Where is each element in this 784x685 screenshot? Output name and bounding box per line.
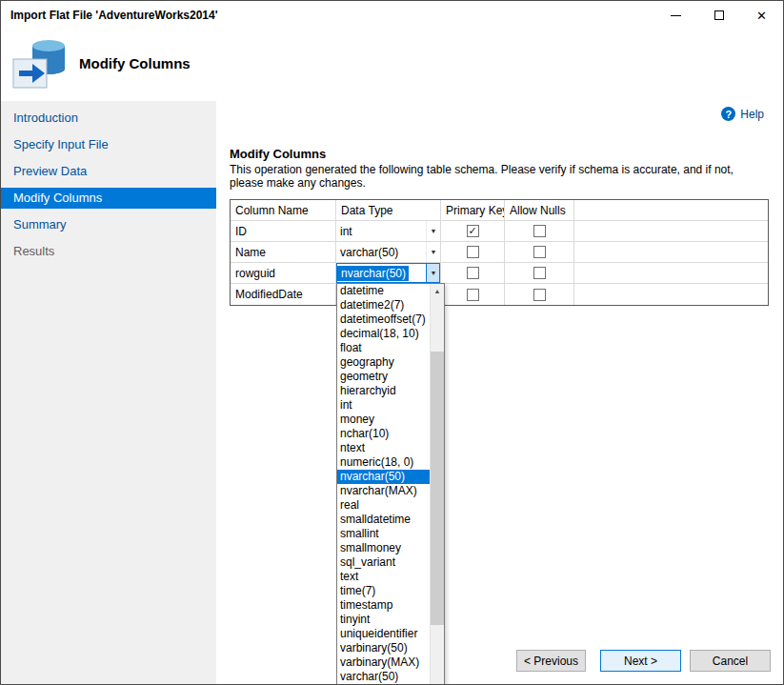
data-type-dropdown: datetimedatetime2(7)datetimeoffset(7)dec… [336, 283, 445, 685]
dropdown-item[interactable]: ntext [337, 441, 430, 455]
dropdown-item[interactable]: varchar(50) [337, 670, 430, 684]
data-type-cell: int▼ [336, 221, 441, 241]
extra-cell [574, 221, 768, 241]
table-header-row: Column NameData TypePrimary KeyAllow Nul… [231, 200, 768, 221]
minimize-button[interactable] [654, 1, 697, 30]
import-database-icon [10, 34, 70, 95]
scrollbar-up-arrow[interactable]: ▲ [431, 284, 444, 298]
sidebar-item-specify-input-file[interactable]: Specify Input File [1, 131, 216, 158]
dropdown-item[interactable]: timestamp [337, 598, 430, 613]
primary-key-checkbox[interactable] [467, 267, 479, 279]
dropdown-scrollbar[interactable]: ▲ [430, 284, 444, 685]
data-type-combobox[interactable]: nvarchar(50)▼ [336, 263, 440, 283]
window-title: Import Flat File 'AdventureWorks2014' [1, 9, 218, 22]
data-type-combobox[interactable]: varchar(50)▼ [336, 242, 440, 262]
allow-nulls-checkbox[interactable] [533, 225, 546, 237]
minimize-icon [671, 15, 681, 16]
allow-nulls-checkbox-cell [505, 263, 574, 283]
dropdown-item[interactable]: decimal(18, 10) [337, 327, 430, 341]
wizard-step-title: Modify Columns [79, 55, 191, 71]
column-header [574, 200, 768, 220]
dropdown-item[interactable]: sql_variant [337, 555, 430, 570]
dropdown-item[interactable]: smallmoney [337, 541, 430, 555]
titlebar: Import Flat File 'AdventureWorks2014' ✕ [1, 1, 783, 30]
column-name-cell[interactable]: Name [231, 242, 336, 262]
primary-key-checkbox[interactable] [467, 246, 479, 258]
table-row: rowguidnvarchar(50)▼ [231, 263, 768, 284]
dropdown-item[interactable]: hierarchyid [337, 384, 430, 398]
close-icon: ✕ [756, 10, 767, 22]
dropdown-item[interactable]: numeric(18, 0) [337, 455, 430, 470]
dropdown-item[interactable]: varbinary(50) [337, 641, 430, 655]
dropdown-item[interactable]: float [337, 341, 430, 355]
allow-nulls-checkbox[interactable] [533, 267, 546, 279]
dropdown-item[interactable]: datetimeoffset(7) [337, 312, 430, 327]
schema-table: Column NameData TypePrimary KeyAllow Nul… [230, 199, 769, 306]
dropdown-item[interactable]: nvarchar(50) [337, 470, 430, 484]
sidebar-nav: IntroductionSpecify Input FilePreview Da… [1, 101, 216, 684]
allow-nulls-checkbox[interactable] [533, 289, 546, 301]
dropdown-item[interactable]: real [337, 498, 430, 513]
data-type-combobox[interactable]: int▼ [336, 221, 440, 241]
previous-button[interactable]: < Previous [516, 650, 586, 672]
next-button[interactable]: Next > [600, 650, 681, 672]
dropdown-item[interactable]: varbinary(MAX) [337, 655, 430, 670]
data-type-value: nvarchar(50) [337, 266, 409, 281]
sidebar-item-results: Results [1, 238, 216, 265]
help-icon: ? [721, 107, 735, 121]
dropdown-list: datetimedatetime2(7)datetimeoffset(7)dec… [337, 284, 430, 684]
combo-dropdown-arrow-icon[interactable]: ▼ [426, 263, 440, 283]
extra-cell [574, 284, 768, 305]
data-type-value: int [336, 225, 426, 238]
dropdown-item[interactable]: uniqueidentifier [337, 627, 430, 641]
primary-key-checkbox-cell [441, 263, 505, 283]
dropdown-item[interactable]: text [337, 570, 430, 584]
column-header: Column Name [231, 200, 336, 220]
dropdown-item[interactable]: geometry [337, 370, 430, 384]
sidebar-item-preview-data[interactable]: Preview Data [1, 158, 216, 185]
data-type-cell: varchar(50)▼ [336, 242, 441, 262]
column-name-cell[interactable]: ModifiedDate [231, 284, 336, 305]
allow-nulls-checkbox[interactable] [533, 246, 546, 258]
dropdown-item[interactable]: nchar(10) [337, 427, 430, 441]
column-header: Allow Nulls [505, 200, 574, 220]
dropdown-item[interactable]: datetime2(7) [337, 298, 430, 312]
dropdown-item[interactable]: time(7) [337, 584, 430, 598]
data-type-value: varchar(50) [336, 246, 426, 259]
import-flat-file-window: Import Flat File 'AdventureWorks2014' ✕ … [0, 0, 784, 685]
scrollbar-thumb[interactable] [431, 352, 444, 625]
help-link[interactable]: ? Help [721, 107, 764, 121]
dropdown-item[interactable]: datetime [337, 284, 430, 298]
dropdown-item[interactable]: int [337, 398, 430, 413]
sidebar-item-introduction[interactable]: Introduction [1, 105, 216, 131]
primary-key-checkbox[interactable] [467, 289, 479, 301]
cancel-button[interactable]: Cancel [690, 650, 771, 672]
maximize-icon [714, 10, 724, 20]
dropdown-item[interactable]: geography [337, 355, 430, 370]
sidebar-item-modify-columns[interactable]: Modify Columns [1, 185, 216, 212]
primary-key-checkbox-cell [441, 221, 505, 241]
table-row: ModifiedDate▼ [231, 284, 768, 305]
dropdown-item[interactable]: tinyint [337, 613, 430, 627]
column-name-cell[interactable]: rowguid [231, 263, 336, 283]
column-header: Primary Key [441, 200, 505, 220]
section-title: Modify Columns [230, 147, 326, 161]
column-name-cell[interactable]: ID [231, 221, 336, 241]
primary-key-checkbox[interactable] [467, 225, 479, 237]
dropdown-item[interactable]: money [337, 413, 430, 427]
extra-cell [574, 263, 768, 283]
allow-nulls-checkbox-cell [505, 221, 574, 241]
maximize-button[interactable] [697, 1, 740, 30]
dropdown-item[interactable]: smallint [337, 527, 430, 541]
help-label: Help [740, 108, 764, 121]
combo-dropdown-arrow-icon[interactable]: ▼ [426, 242, 440, 262]
close-button[interactable]: ✕ [740, 1, 783, 30]
combo-dropdown-arrow-icon[interactable]: ▼ [426, 221, 440, 241]
sidebar-item-summary[interactable]: Summary [1, 212, 216, 238]
section-description: This operation generated the following t… [230, 163, 769, 190]
primary-key-checkbox-cell [441, 284, 505, 305]
dropdown-item[interactable]: smalldatetime [337, 513, 430, 527]
wizard-header: Modify Columns [1, 30, 783, 101]
dropdown-item[interactable]: nvarchar(MAX) [337, 484, 430, 498]
column-header: Data Type [336, 200, 441, 220]
